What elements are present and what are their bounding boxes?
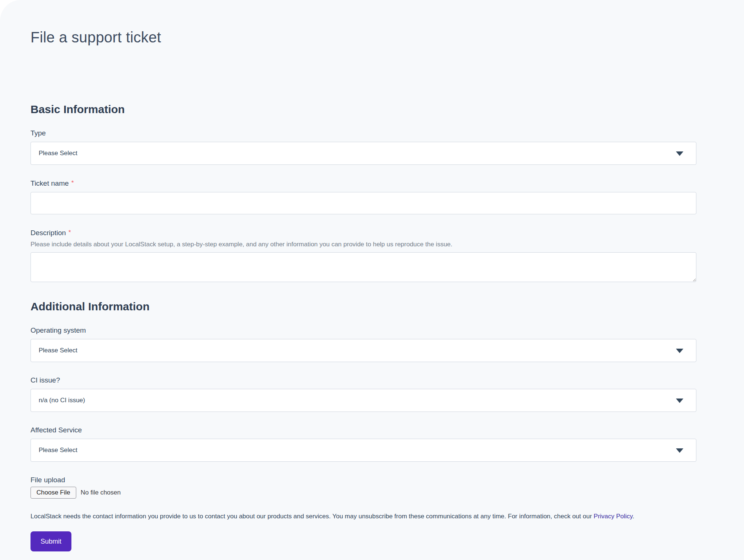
ticket-name-label-text: Ticket name xyxy=(31,179,69,187)
description-helper-text: Please include details about your LocalS… xyxy=(31,240,696,249)
operating-system-select[interactable]: Please Select xyxy=(31,339,696,362)
submit-button[interactable]: Submit xyxy=(31,531,71,551)
operating-system-field-group: Operating system Please Select xyxy=(31,326,696,362)
operating-system-select-value: Please Select xyxy=(39,347,77,354)
ticket-name-input[interactable] xyxy=(31,192,696,214)
affected-service-select[interactable]: Please Select xyxy=(31,439,696,462)
page-title: File a support ticket xyxy=(31,29,696,45)
ci-issue-label: CI issue? xyxy=(31,375,696,385)
type-select-value: Please Select xyxy=(39,150,77,157)
ci-issue-select-value: n/a (no CI issue) xyxy=(39,397,85,404)
description-field-group: Description* Please include details abou… xyxy=(31,228,696,282)
ticket-name-label: Ticket name* xyxy=(31,178,696,188)
operating-system-label: Operating system xyxy=(31,326,696,335)
section-heading-basic-information: Basic Information xyxy=(31,102,696,116)
support-ticket-form: File a support ticket Basic Information … xyxy=(0,0,744,551)
type-label: Type xyxy=(31,128,696,138)
description-textarea[interactable] xyxy=(31,252,696,282)
file-upload-status: No file chosen xyxy=(81,489,121,496)
chevron-down-icon xyxy=(676,448,683,453)
required-asterisk: * xyxy=(71,179,74,186)
chevron-down-icon xyxy=(676,151,683,156)
chevron-down-icon xyxy=(676,349,683,353)
description-label-text: Description xyxy=(31,229,66,237)
affected-service-select-value: Please Select xyxy=(39,447,77,454)
section-heading-additional-information: Additional Information xyxy=(31,300,696,313)
description-label: Description* xyxy=(31,228,696,237)
privacy-notice: LocalStack needs the contact information… xyxy=(31,512,696,521)
ticket-name-field-group: Ticket name* xyxy=(31,178,696,214)
privacy-text-before: LocalStack needs the contact information… xyxy=(31,513,594,520)
required-asterisk: * xyxy=(68,229,71,236)
file-upload-row: Choose File No file chosen xyxy=(31,487,696,499)
ci-issue-field-group: CI issue? n/a (no CI issue) xyxy=(31,375,696,412)
privacy-text-after: . xyxy=(632,513,634,520)
file-upload-field-group: File upload Choose File No file chosen xyxy=(31,475,696,499)
chevron-down-icon xyxy=(676,399,683,403)
affected-service-field-group: Affected Service Please Select xyxy=(31,425,696,462)
type-field-group: Type Please Select xyxy=(31,128,696,165)
choose-file-button[interactable]: Choose File xyxy=(31,487,76,499)
file-upload-label: File upload xyxy=(31,475,696,484)
page-background: File a support ticket Basic Information … xyxy=(0,0,744,560)
privacy-policy-link[interactable]: Privacy Policy xyxy=(594,513,633,520)
type-select[interactable]: Please Select xyxy=(31,142,696,165)
ci-issue-select[interactable]: n/a (no CI issue) xyxy=(31,389,696,412)
affected-service-label: Affected Service xyxy=(31,425,696,435)
